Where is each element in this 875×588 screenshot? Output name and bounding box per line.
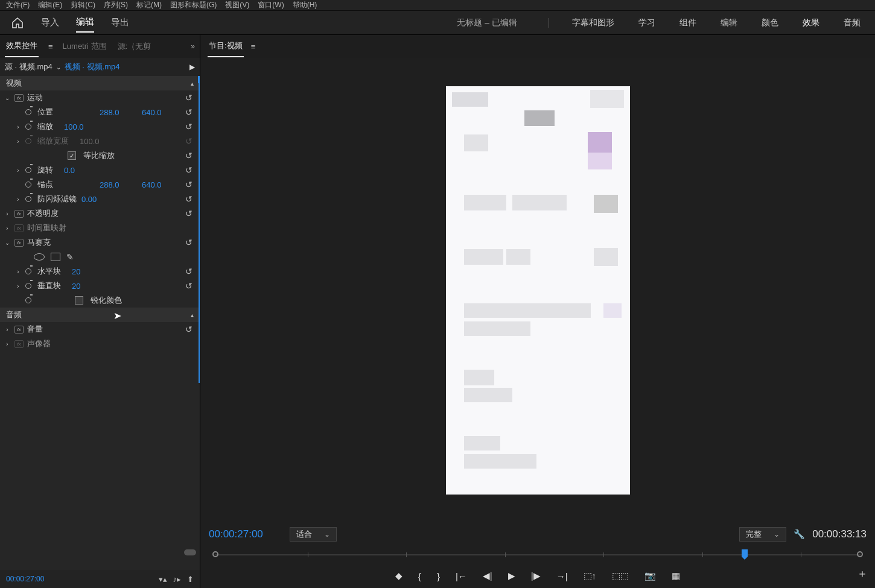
reset-icon[interactable]: ↺: [182, 281, 196, 291]
footer-timecode[interactable]: 00:00:27:00: [6, 575, 44, 583]
effect-mosaic[interactable]: ⌄ fx 马赛克 ↺: [0, 235, 200, 250]
position-x-value[interactable]: 288.0: [100, 108, 136, 117]
tab-program[interactable]: 节目:视频: [208, 36, 244, 57]
timeline-end-handle[interactable]: [857, 551, 863, 557]
antiflicker-value[interactable]: 0.00: [81, 195, 118, 204]
menu-file[interactable]: 文件(F): [6, 0, 30, 10]
chevron-right-icon[interactable]: ›: [14, 124, 22, 130]
workspace-assembly[interactable]: 组件: [676, 17, 700, 28]
workspace-learn[interactable]: 学习: [635, 17, 659, 28]
go-to-in-button[interactable]: |←: [456, 571, 467, 581]
tab-lumetri-scopes[interactable]: Lumetri 范围: [62, 36, 108, 57]
chevron-right-icon[interactable]: ›: [14, 138, 22, 145]
reset-icon[interactable]: ↺: [182, 238, 196, 247]
play-button[interactable]: ▶: [508, 571, 515, 581]
fx-icon[interactable]: fx: [14, 210, 24, 218]
add-button[interactable]: ＋: [857, 566, 868, 581]
fx-icon[interactable]: fx: [14, 340, 24, 348]
effect-panner[interactable]: › fx 声像器: [0, 337, 200, 351]
current-timecode[interactable]: 00:00:27:00: [209, 528, 263, 540]
effect-time-remap[interactable]: › fx 时间重映射: [0, 221, 200, 235]
menu-window[interactable]: 窗口(W): [258, 0, 284, 10]
menu-help[interactable]: 帮助(H): [293, 0, 317, 10]
chevron-down-icon[interactable]: ⌄: [56, 64, 61, 71]
go-to-out-button[interactable]: →|: [556, 571, 568, 581]
anchor-x-value[interactable]: 288.0: [100, 180, 136, 189]
menu-mark[interactable]: 标记(M): [136, 0, 162, 10]
hblocks-value[interactable]: 20: [72, 267, 108, 276]
menu-edit[interactable]: 编辑(E): [38, 0, 62, 10]
tab-source[interactable]: 源:（无剪: [116, 36, 153, 57]
play-icon[interactable]: ▶: [189, 63, 195, 71]
panel-menu-icon[interactable]: ≡: [251, 42, 256, 51]
sharpen-checkbox[interactable]: [75, 296, 83, 305]
home-icon[interactable]: [11, 17, 24, 29]
filter-icon[interactable]: ▾▴: [159, 575, 167, 584]
step-back-button[interactable]: ◀|: [483, 571, 492, 581]
workspace-audio[interactable]: 音频: [840, 17, 864, 28]
video-section-header[interactable]: 视频 ▴: [0, 76, 200, 90]
menu-clip[interactable]: 剪辑(C): [71, 0, 95, 10]
reset-icon[interactable]: ↺: [182, 194, 196, 204]
preview-viewport[interactable]: [200, 58, 875, 523]
menu-view[interactable]: 视图(V): [225, 0, 249, 10]
reset-icon[interactable]: ↺: [182, 122, 196, 131]
anchor-y-value[interactable]: 640.0: [142, 180, 178, 189]
lift-button[interactable]: ⬚↑: [584, 571, 597, 581]
stopwatch-icon[interactable]: [25, 108, 34, 116]
stopwatch-icon[interactable]: [25, 282, 34, 290]
chevron-right-icon[interactable]: ›: [14, 167, 22, 174]
rotation-value[interactable]: 0.0: [64, 166, 100, 175]
clip-link[interactable]: 视频 · 视频.mp4: [65, 62, 120, 72]
export-icon[interactable]: ⬆: [187, 575, 194, 584]
nav-export[interactable]: 导出: [111, 13, 129, 32]
collapse-icon[interactable]: ▴: [191, 312, 194, 318]
extract-button[interactable]: ⬚⬚: [612, 571, 629, 581]
chevron-right-icon[interactable]: ›: [4, 225, 11, 232]
nav-import[interactable]: 导入: [41, 13, 59, 32]
workspace-effects[interactable]: 效果: [799, 17, 823, 28]
chevron-right-icon[interactable]: ›: [14, 196, 22, 203]
workspace-edit[interactable]: 编辑: [717, 17, 741, 28]
stopwatch-icon[interactable]: [25, 180, 34, 189]
reset-icon[interactable]: ↺: [182, 209, 196, 218]
chevron-right-icon[interactable]: ›: [4, 341, 11, 347]
chevron-right-icon[interactable]: ›: [14, 283, 22, 289]
uniform-scale-checkbox[interactable]: [68, 151, 76, 160]
stopwatch-icon[interactable]: [25, 296, 34, 305]
comparison-view-button[interactable]: ▦: [672, 571, 680, 581]
settings-icon[interactable]: 🔧: [794, 529, 805, 540]
chevron-down-icon[interactable]: ⌄: [4, 95, 11, 101]
workspace-color[interactable]: 颜色: [758, 17, 782, 28]
mark-in-button[interactable]: {: [418, 571, 421, 581]
timeline-track[interactable]: [215, 554, 861, 555]
fx-icon[interactable]: fx: [14, 94, 24, 102]
reset-icon[interactable]: ↺: [182, 107, 196, 117]
workspace-captions[interactable]: 字幕和图形: [568, 17, 618, 28]
fx-icon[interactable]: fx: [14, 326, 24, 334]
mark-out-button[interactable]: }: [437, 571, 440, 581]
stopwatch-icon[interactable]: [25, 267, 34, 276]
mask-pen-icon[interactable]: ✎: [66, 252, 74, 262]
reset-icon[interactable]: ↺: [182, 165, 196, 175]
collapse-icon[interactable]: ▴: [191, 80, 194, 87]
mini-timeline[interactable]: [209, 546, 867, 564]
music-icon[interactable]: ♪▸: [173, 575, 182, 584]
position-y-value[interactable]: 640.0: [142, 108, 178, 117]
chevron-right-icon[interactable]: ›: [4, 326, 11, 333]
tab-effect-controls[interactable]: 效果控件: [5, 36, 39, 57]
add-marker-button[interactable]: ◆: [395, 571, 402, 581]
audio-section-header[interactable]: 音频 ▴: [0, 308, 200, 322]
nav-edit[interactable]: 编辑: [76, 13, 94, 33]
timeline-start-handle[interactable]: [212, 551, 218, 557]
stopwatch-icon[interactable]: [25, 166, 34, 174]
stopwatch-icon[interactable]: [25, 122, 34, 131]
effect-volume[interactable]: › fx 音量 ↺: [0, 322, 200, 337]
scrollbar-thumb[interactable]: [184, 549, 196, 555]
export-frame-button[interactable]: 📷: [644, 571, 656, 581]
quality-dropdown[interactable]: 完整: [739, 527, 786, 542]
stopwatch-icon[interactable]: [25, 195, 34, 203]
effect-motion[interactable]: ⌄ fx 运动 ↺: [0, 90, 200, 105]
menu-sequence[interactable]: 序列(S): [104, 0, 128, 10]
overflow-icon[interactable]: »: [191, 42, 195, 51]
